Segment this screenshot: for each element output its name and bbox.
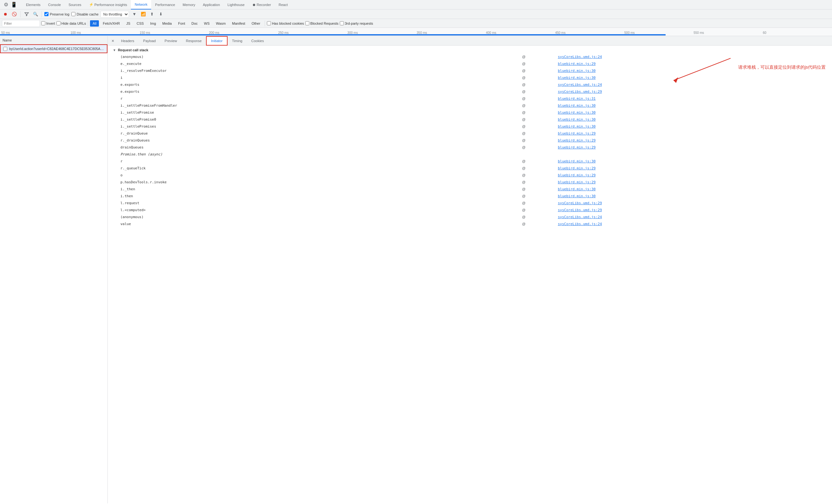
stack-link[interactable]: bluebird.min.js:29 — [558, 60, 827, 67]
mobile-icon[interactable]: 📱 — [11, 2, 17, 8]
stack-link-anchor[interactable]: bluebird.min.js:30 — [558, 76, 596, 80]
stack-link-anchor[interactable]: sysCoreLibs.umd.js:29 — [558, 90, 602, 94]
wifi-icon-btn[interactable]: 📶 — [140, 11, 147, 18]
third-party-checkbox[interactable] — [340, 21, 344, 25]
preserve-log-label[interactable]: Preserve log — [44, 12, 70, 16]
stack-link[interactable]: sysCoreLibs.umd.js:29 — [558, 199, 827, 206]
stack-link-anchor[interactable]: bluebird.min.js:30 — [558, 159, 596, 163]
invert-checkbox-label[interactable]: Invert — [41, 21, 55, 25]
filter-type-ws[interactable]: WS — [202, 20, 212, 27]
tab-application[interactable]: Application — [199, 0, 224, 9]
detail-tab-preview[interactable]: Preview — [160, 36, 181, 46]
has-blocked-cookies-label[interactable]: Has blocked cookies — [267, 21, 304, 25]
filter-type-other[interactable]: Other — [249, 20, 263, 27]
stack-link[interactable]: bluebird.min.js:30 — [558, 116, 827, 123]
stack-link[interactable]: bluebird.min.js:30 — [558, 102, 827, 109]
stack-link-anchor[interactable]: bluebird.min.js:30 — [558, 69, 596, 73]
stack-link-anchor[interactable]: sysCoreLibs.umd.js:24 — [558, 55, 602, 59]
stack-link[interactable]: bluebird.min.js:29 — [558, 178, 827, 186]
stack-link[interactable]: bluebird.min.js:30 — [558, 158, 827, 165]
stack-link-anchor[interactable]: bluebird.min.js:30 — [558, 124, 596, 129]
third-party-label[interactable]: 3rd-party requests — [340, 21, 373, 25]
stack-link[interactable]: sysCoreLibs.umd.js:24 — [558, 53, 827, 60]
detail-tab-cookies[interactable]: Cookies — [247, 36, 268, 46]
filter-type-all[interactable]: All — [90, 20, 99, 27]
download-icon-btn[interactable]: ⬇ — [158, 11, 164, 18]
detail-tab-response[interactable]: Response — [181, 36, 206, 46]
clear-button[interactable]: 🚫 — [11, 11, 18, 18]
hide-data-urls-checkbox[interactable] — [56, 21, 60, 25]
stack-link-anchor[interactable]: sysCoreLibs.umd.js:29 — [558, 208, 602, 212]
filter-type-fetch[interactable]: Fetch/XHR — [100, 20, 122, 27]
detail-tab-headers[interactable]: Headers — [116, 36, 139, 46]
detail-tab-payload[interactable]: Payload — [139, 36, 160, 46]
tab-elements[interactable]: Elements — [22, 0, 44, 9]
stack-link[interactable]: bluebird.min.js:29 — [558, 165, 827, 172]
network-item-checkbox[interactable] — [3, 47, 7, 51]
throttle-select[interactable]: No throttling — [101, 11, 129, 18]
stack-link[interactable]: bluebird.min.js:30 — [558, 109, 827, 116]
stack-link[interactable]: bluebird.min.js:30 — [558, 67, 827, 74]
disable-cache-label[interactable]: Disable cache — [71, 12, 99, 16]
hide-data-urls-label[interactable]: Hide data URLs — [56, 21, 86, 25]
stack-link-anchor[interactable]: bluebird.min.js:30 — [558, 104, 596, 108]
stack-link[interactable]: sysCoreLibs.umd.js:29 — [558, 88, 827, 95]
tab-lighthouse[interactable]: Lighthouse — [224, 0, 249, 9]
detail-close-button[interactable]: × — [109, 37, 116, 45]
filter-icon-btn[interactable] — [23, 11, 30, 18]
stack-link[interactable]: bluebird.min.js:29 — [558, 137, 827, 144]
tab-react[interactable]: React — [275, 0, 292, 9]
stack-link-anchor[interactable]: sysCoreLibs.umd.js:24 — [558, 83, 602, 87]
filter-type-js[interactable]: JS — [124, 20, 133, 27]
detail-tab-timing[interactable]: Timing — [228, 36, 247, 46]
stack-link[interactable]: sysCoreLibs.umd.js:24 — [558, 220, 827, 227]
preserve-log-checkbox[interactable] — [44, 12, 49, 16]
filter-type-manifest[interactable]: Manifest — [230, 20, 248, 27]
section-header[interactable]: ▼ Request call stack — [113, 48, 827, 52]
stack-link-anchor[interactable]: bluebird.min.js:29 — [558, 173, 596, 177]
stack-link-anchor[interactable]: sysCoreLibs.umd.js:29 — [558, 201, 602, 205]
stack-link-anchor[interactable]: bluebird.min.js:30 — [558, 111, 596, 115]
filter-input[interactable] — [2, 20, 40, 27]
stack-link-anchor[interactable]: bluebird.min.js:29 — [558, 131, 596, 136]
stack-link[interactable]: bluebird.min.js:29 — [558, 144, 827, 151]
stack-link[interactable]: bluebird.min.js:29 — [558, 130, 827, 137]
blocked-requests-checkbox[interactable] — [305, 21, 309, 25]
stack-link-anchor[interactable]: bluebird.min.js:29 — [558, 180, 596, 184]
stack-link-anchor[interactable]: bluebird.min.js:30 — [558, 187, 596, 191]
tab-memory[interactable]: Memory — [179, 0, 199, 9]
blocked-requests-label[interactable]: Blocked Requests — [305, 21, 338, 25]
network-item[interactable]: byUserId.action?userId=C82AE468C4E17DC5E… — [0, 44, 107, 53]
throttle-chevron[interactable]: ▼ — [131, 11, 138, 18]
stack-link-anchor[interactable]: bluebird.min.js:29 — [558, 145, 596, 149]
tab-recorder[interactable]: ⏺ Recorder — [249, 0, 275, 9]
stack-link-anchor[interactable]: bluebird.min.js:29 — [558, 62, 596, 66]
stack-link[interactable]: bluebird.min.js:30 — [558, 123, 827, 130]
filter-type-media[interactable]: Media — [160, 20, 174, 27]
tab-network[interactable]: Network — [131, 0, 151, 9]
stack-link[interactable]: sysCoreLibs.umd.js:24 — [558, 214, 827, 220]
detail-tab-initiator[interactable]: Initiator — [206, 36, 228, 46]
stack-link-anchor[interactable]: bluebird.min.js:30 — [558, 117, 596, 121]
stack-link-anchor[interactable]: bluebird.min.js:31 — [558, 96, 596, 101]
stack-link[interactable]: bluebird.min.js:30 — [558, 74, 827, 81]
stack-link[interactable]: bluebird.min.js:31 — [558, 95, 827, 102]
stack-link-anchor[interactable]: bluebird.min.js:29 — [558, 138, 596, 142]
stack-link[interactable]: sysCoreLibs.umd.js:24 — [558, 81, 827, 88]
filter-type-wasm[interactable]: Wasm — [213, 20, 228, 27]
has-blocked-cookies-checkbox[interactable] — [267, 21, 271, 25]
stack-link-anchor[interactable]: bluebird.min.js:30 — [558, 194, 596, 198]
record-button[interactable]: ⏺ — [2, 11, 9, 18]
invert-checkbox[interactable] — [41, 21, 45, 25]
stack-link[interactable]: bluebird.min.js:30 — [558, 193, 827, 199]
tab-performance[interactable]: Performance — [151, 0, 179, 9]
filter-type-css[interactable]: CSS — [134, 20, 147, 27]
search-icon-btn[interactable]: 🔍 — [32, 11, 39, 18]
filter-type-img[interactable]: Img — [148, 20, 158, 27]
stack-link-anchor[interactable]: sysCoreLibs.umd.js:24 — [558, 215, 602, 219]
stack-link-anchor[interactable]: sysCoreLibs.umd.js:24 — [558, 222, 602, 226]
upload-icon-btn[interactable]: ⬆ — [149, 11, 156, 18]
disable-cache-checkbox[interactable] — [71, 12, 75, 16]
stack-link-anchor[interactable]: bluebird.min.js:29 — [558, 166, 596, 170]
filter-type-doc[interactable]: Doc — [189, 20, 200, 27]
